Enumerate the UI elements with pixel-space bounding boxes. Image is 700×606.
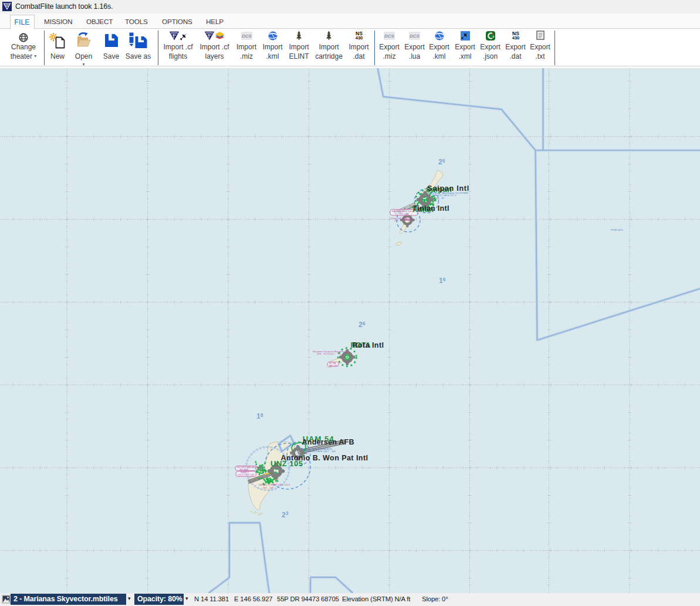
svg-text:TWR 126.2 APR 118.7 - 305: TWR 126.2 APR 118.7 - 305 — [305, 450, 336, 453]
svg-text:Andersen AFB: Andersen AFB — [302, 438, 354, 446]
svg-text:275: 275 — [394, 219, 399, 222]
svg-text:Tinian Intl (PGWT): Tinian Intl (PGWT) — [390, 217, 411, 220]
svg-text:302 - 116: 302 - 116 — [263, 486, 273, 489]
svg-text:Tinian Intl: Tinian Intl — [413, 204, 449, 213]
svg-text:Antonio B. Won Pat Intl: Antonio B. Won Pat Intl — [281, 454, 368, 462]
svg-text:365 AJE: 365 AJE — [239, 468, 249, 471]
svg-text:NIMITZ VORTAC UNZ 115.8: NIMITZ VORTAC UNZ 115.8 — [259, 483, 290, 486]
svg-text:z: z — [492, 35, 494, 38]
svg-text:DCS: DCS — [242, 33, 252, 39]
svg-text:430: 430 — [512, 35, 519, 40]
svg-text:115.8 UNZ 105: 115.8 UNZ 105 — [238, 473, 255, 476]
svg-text:AR 140: AR 140 — [329, 364, 338, 367]
svg-text:DCS: DCS — [384, 33, 395, 39]
svg-text:POW-13CL: POW-13CL — [611, 228, 624, 231]
svg-text:DCS: DCS — [410, 33, 420, 39]
svg-text:430: 430 — [355, 35, 363, 40]
svg-text:114 - 97: 114 - 97 — [435, 197, 445, 200]
svg-text:Rota Intl: Rota Intl — [353, 341, 384, 349]
svg-text:112.30: 112.30 — [400, 213, 407, 216]
svg-text:Saipan Intl: Saipan Intl — [427, 184, 469, 193]
svg-text:309 - 74 123.6 L: 309 - 74 123.6 L — [317, 352, 335, 355]
